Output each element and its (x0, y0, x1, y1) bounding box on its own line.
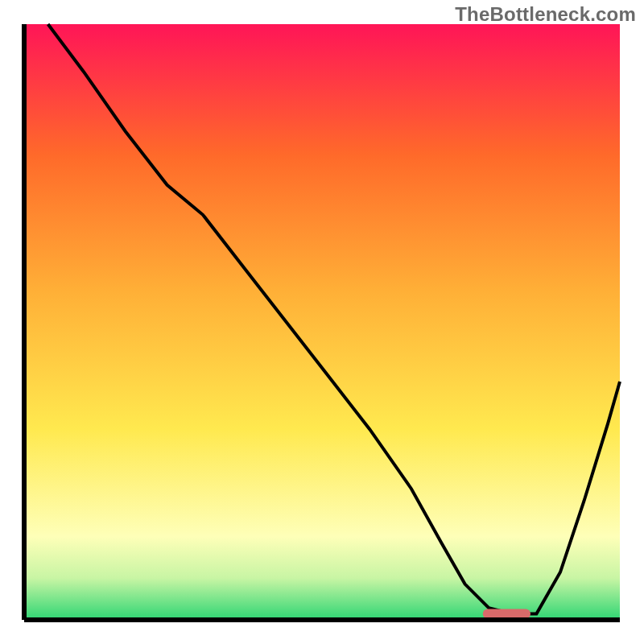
plot-area (24, 24, 620, 620)
bottleneck-chart (0, 0, 644, 644)
optimum-marker (483, 609, 530, 619)
chart-container: { "watermark": "TheBottleneck.com", "col… (0, 0, 644, 644)
